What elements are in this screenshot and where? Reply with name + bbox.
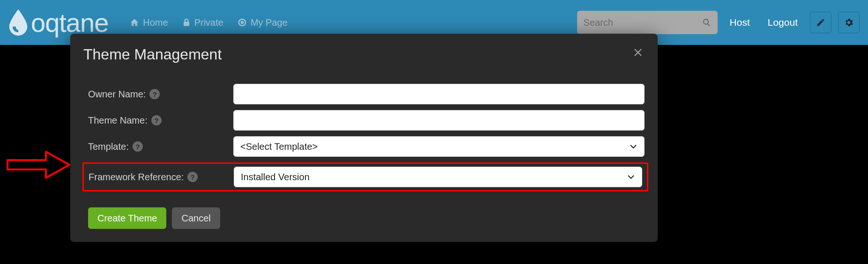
label-template-text: Template: [88, 141, 129, 152]
modal-header: Theme Management [83, 46, 645, 63]
input-theme-name[interactable] [233, 110, 645, 131]
input-owner-name[interactable] [233, 84, 645, 104]
row-template: Template: ? [83, 136, 645, 157]
label-owner-name: Owner Name: ? [88, 89, 233, 100]
select-framework-reference[interactable] [234, 167, 642, 187]
help-framework-icon[interactable]: ? [187, 172, 198, 182]
close-button[interactable] [631, 46, 645, 61]
select-template[interactable] [233, 136, 645, 157]
help-template-icon[interactable]: ? [133, 141, 143, 152]
host-link[interactable]: Host [724, 14, 756, 31]
search-input[interactable] [584, 17, 702, 28]
target-icon [237, 18, 247, 27]
edit-button[interactable] [810, 12, 831, 33]
label-theme-text: Theme Name: [88, 115, 148, 126]
nav-private[interactable]: Private [178, 15, 228, 31]
help-owner-icon[interactable]: ? [149, 89, 160, 99]
modal-title: Theme Management [83, 46, 222, 63]
close-icon [632, 47, 644, 58]
label-owner-text: Owner Name: [88, 89, 146, 100]
theme-management-modal: Theme Management Owner Name: ? Theme Nam… [70, 34, 658, 242]
pencil-icon [816, 18, 825, 27]
label-theme-name: Theme Name: ? [88, 115, 233, 126]
label-framework-text: Framework Reference: [89, 172, 184, 183]
row-framework-reference: Framework Reference: ? [82, 162, 648, 191]
brand-name: oqtane [31, 7, 108, 38]
row-theme-name: Theme Name: ? [83, 110, 645, 131]
gear-icon [844, 17, 854, 28]
nav-private-label: Private [194, 17, 223, 28]
create-theme-button[interactable]: Create Theme [88, 207, 166, 229]
nav-mypage[interactable]: My Page [233, 15, 292, 31]
right-controls: Host Logout [577, 11, 860, 34]
label-template: Template: ? [88, 141, 233, 152]
main-nav: Home Private My Page [125, 15, 292, 31]
nav-mypage-label: My Page [251, 17, 288, 28]
lock-icon [182, 18, 191, 27]
search-icon[interactable] [702, 17, 711, 28]
modal-button-row: Create Theme Cancel [83, 207, 645, 229]
help-theme-icon[interactable]: ? [151, 115, 162, 125]
drop-icon [8, 9, 28, 36]
row-owner-name: Owner Name: ? [83, 84, 645, 104]
search-box [577, 11, 718, 34]
nav-home[interactable]: Home [125, 15, 172, 31]
annotation-arrow [6, 148, 71, 182]
nav-home-label: Home [143, 17, 168, 28]
logout-link[interactable]: Logout [762, 14, 803, 31]
home-icon [130, 18, 139, 27]
label-framework: Framework Reference: ? [86, 172, 234, 183]
brand-logo[interactable]: oqtane [8, 7, 108, 38]
cancel-button[interactable]: Cancel [172, 207, 220, 229]
settings-button[interactable] [838, 12, 860, 33]
